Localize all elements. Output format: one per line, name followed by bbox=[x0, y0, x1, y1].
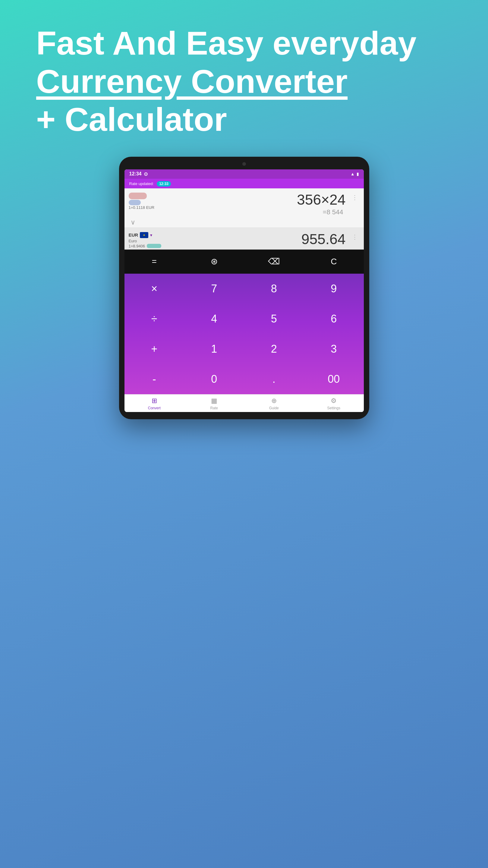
top-currency-rate: 1=0.1118 EUR bbox=[129, 205, 155, 210]
bottom-currency-section: EUR ★ ▾ Euro 1=8.9406 955.64 ⋮ bbox=[124, 228, 364, 250]
hero-section: Fast And Easy everyday Currency Converte… bbox=[0, 24, 488, 138]
nav-settings[interactable]: ⚙ Settings bbox=[304, 397, 364, 410]
key-5[interactable]: 5 bbox=[244, 304, 304, 334]
bottom-nav: ⊞ Convert ▦ Rate ⊕ Guide ⚙ Settings bbox=[124, 394, 364, 412]
top-currency-row: 1=0.1118 EUR 356×24 =8 544 ⋮ bbox=[124, 188, 364, 217]
eur-rate-text: 1=8.9406 bbox=[129, 244, 145, 248]
clear-button[interactable]: C bbox=[304, 250, 364, 274]
nav-rate[interactable]: ▦ Rate bbox=[184, 397, 244, 410]
battery-icon bbox=[357, 171, 359, 177]
tablet-screen: 12:34 ⊙ Rate updated: 12:33 1=0.1118 bbox=[124, 169, 364, 412]
wifi-icon bbox=[350, 171, 355, 177]
app-header: Rate updated: 12:33 bbox=[124, 179, 364, 188]
hero-line1: Fast And Easy everyday bbox=[36, 24, 417, 61]
eur-flag-row: EUR ★ ▾ bbox=[129, 232, 161, 238]
bottom-currency-info: EUR ★ ▾ Euro 1=8.9406 bbox=[129, 232, 161, 248]
status-icon: ⊙ bbox=[144, 171, 148, 177]
top-currency-expression[interactable]: 356×24 bbox=[297, 193, 346, 207]
key-6[interactable]: 6 bbox=[304, 304, 364, 334]
key-dot[interactable]: . bbox=[244, 364, 304, 394]
rate-icon: ▦ bbox=[211, 397, 217, 405]
eur-rate-bar bbox=[147, 244, 161, 248]
top-currency-result: =8 544 bbox=[297, 208, 346, 216]
key-7[interactable]: 7 bbox=[184, 274, 244, 304]
bottom-currency-row: EUR ★ ▾ Euro 1=8.9406 955.64 ⋮ bbox=[124, 228, 364, 250]
nav-convert[interactable]: ⊞ Convert bbox=[124, 397, 184, 410]
rate-badge: 12:33 bbox=[157, 181, 171, 187]
top-currency-section: 1=0.1118 EUR 356×24 =8 544 ⋮ ∨ bbox=[124, 188, 364, 228]
percent-button[interactable]: ⊛ bbox=[184, 250, 244, 274]
status-bar-right bbox=[350, 171, 359, 177]
hero-line2: Currency Converter bbox=[36, 63, 347, 100]
nav-rate-label: Rate bbox=[210, 406, 218, 410]
subtract-button[interactable]: - bbox=[124, 364, 184, 394]
chevron-down-icon: ∨ bbox=[130, 218, 135, 226]
divide-button[interactable]: ÷ bbox=[124, 304, 184, 334]
bottom-currency-display: 955.64 ⋮ bbox=[301, 232, 360, 247]
guide-icon: ⊕ bbox=[271, 397, 277, 405]
tablet-device: 12:34 ⊙ Rate updated: 12:33 1=0.1118 bbox=[119, 157, 369, 419]
eur-dropdown-arrow[interactable]: ▾ bbox=[150, 233, 152, 238]
key-9[interactable]: 9 bbox=[304, 274, 364, 304]
calc-numpad: × 7 8 9 ÷ 4 5 6 + 1 2 3 - 0 . 00 bbox=[124, 274, 364, 394]
top-flag-row bbox=[129, 193, 155, 199]
key-8[interactable]: 8 bbox=[244, 274, 304, 304]
key-0[interactable]: 0 bbox=[184, 364, 244, 394]
top-currency-menu[interactable]: ⋮ bbox=[350, 193, 360, 202]
add-button[interactable]: + bbox=[124, 334, 184, 364]
eur-code: EUR bbox=[129, 232, 139, 238]
status-time: 12:34 bbox=[129, 171, 142, 177]
key-3[interactable]: 3 bbox=[304, 334, 364, 364]
status-bar-left: 12:34 ⊙ bbox=[129, 171, 148, 177]
convert-icon: ⊞ bbox=[152, 397, 157, 405]
top-currency-flag bbox=[129, 193, 147, 199]
top-currency-flag2 bbox=[129, 200, 141, 205]
hero-line3: + Calculator bbox=[36, 101, 227, 138]
nav-guide[interactable]: ⊕ Guide bbox=[244, 397, 304, 410]
nav-guide-label: Guide bbox=[269, 406, 279, 410]
status-bar: 12:34 ⊙ bbox=[124, 169, 364, 179]
bottom-currency-amount[interactable]: 955.64 bbox=[301, 232, 346, 247]
nav-settings-label: Settings bbox=[327, 406, 340, 410]
tablet-camera bbox=[242, 162, 246, 166]
key-2[interactable]: 2 bbox=[244, 334, 304, 364]
backspace-button[interactable]: ⌫ bbox=[244, 250, 304, 274]
calc-operator-row: = ⊛ ⌫ C bbox=[124, 250, 364, 274]
equals-button[interactable]: = bbox=[124, 250, 184, 274]
rate-updated-label: Rate updated: bbox=[129, 181, 154, 186]
eur-flag: ★ bbox=[140, 232, 148, 238]
chevron-divider: ∨ bbox=[124, 217, 364, 228]
key-4[interactable]: 4 bbox=[184, 304, 244, 334]
top-currency-display: 356×24 =8 544 ⋮ bbox=[297, 193, 360, 216]
settings-icon: ⚙ bbox=[331, 397, 337, 405]
eur-name: Euro bbox=[129, 239, 161, 243]
key-00[interactable]: 00 bbox=[304, 364, 364, 394]
bottom-currency-menu[interactable]: ⋮ bbox=[350, 232, 360, 242]
top-currency-info: 1=0.1118 EUR bbox=[129, 193, 155, 210]
key-1[interactable]: 1 bbox=[184, 334, 244, 364]
multiply-button[interactable]: × bbox=[124, 274, 184, 304]
nav-convert-label: Convert bbox=[148, 406, 161, 410]
